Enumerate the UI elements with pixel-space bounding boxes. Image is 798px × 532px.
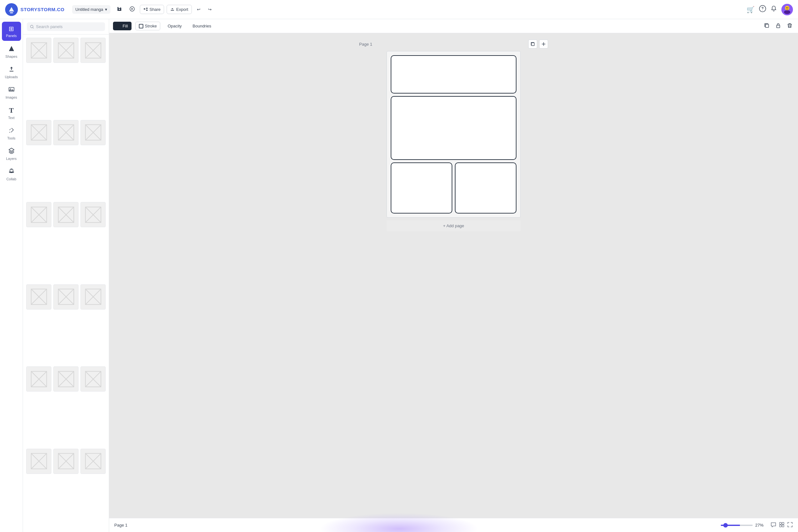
undo-button[interactable]: ↩ bbox=[194, 5, 203, 14]
redo-icon: ↪ bbox=[208, 7, 212, 12]
sidebar-label-layers: Layers bbox=[6, 157, 17, 160]
svg-point-9 bbox=[786, 7, 787, 8]
svg-rect-73 bbox=[779, 522, 781, 524]
manga-panel-bottom-left[interactable] bbox=[391, 163, 452, 213]
share-button[interactable]: Share bbox=[140, 5, 164, 14]
avatar[interactable] bbox=[781, 4, 793, 15]
share-icon bbox=[143, 7, 148, 12]
svg-rect-71 bbox=[777, 25, 780, 28]
tools-icon bbox=[8, 127, 15, 135]
opacity-button[interactable]: Opacity bbox=[164, 22, 185, 30]
panels-grid bbox=[23, 35, 109, 532]
sidebar-item-collab[interactable]: Collab bbox=[2, 165, 21, 184]
panel-thumb[interactable] bbox=[80, 202, 106, 227]
play-button[interactable] bbox=[127, 4, 137, 14]
save-icon bbox=[117, 6, 122, 13]
page-copy-button[interactable] bbox=[528, 40, 537, 49]
zoom-slider[interactable] bbox=[721, 525, 753, 526]
layers-icon bbox=[8, 148, 15, 155]
panel-thumb[interactable] bbox=[53, 284, 78, 309]
sidebar-label-uploads: Uploads bbox=[5, 75, 18, 79]
panel-thumb[interactable] bbox=[26, 120, 51, 145]
bell-button[interactable] bbox=[771, 5, 777, 14]
sidebar-label-images: Images bbox=[5, 95, 17, 99]
sidebar-item-images[interactable]: Images bbox=[2, 83, 21, 102]
page-header-row: Page 1 bbox=[358, 40, 549, 49]
add-page-button[interactable]: + Add page bbox=[386, 220, 520, 231]
boundries-button[interactable]: Boundries bbox=[189, 22, 215, 30]
panel-thumb[interactable] bbox=[53, 120, 78, 145]
manga-panel-bottom-right[interactable] bbox=[455, 163, 516, 213]
panel-thumb[interactable] bbox=[80, 120, 106, 145]
copy-toolbar-button[interactable] bbox=[762, 22, 771, 31]
bottom-page-label: Page 1 bbox=[114, 523, 127, 528]
fullscreen-button[interactable] bbox=[787, 522, 793, 529]
manga-panel-middle[interactable] bbox=[391, 96, 516, 160]
svg-rect-75 bbox=[779, 525, 781, 527]
page-add-button[interactable] bbox=[539, 40, 548, 49]
canvas-area: Fill Stroke Opacity Boundries bbox=[109, 19, 798, 532]
svg-rect-74 bbox=[782, 522, 784, 524]
search-input-wrap bbox=[27, 22, 105, 31]
fill-swatch bbox=[116, 24, 121, 28]
panel-thumb[interactable] bbox=[26, 202, 51, 227]
main-area: ⊞ Panels Shapes Uploads Images T Text bbox=[0, 19, 798, 532]
redo-button[interactable]: ↪ bbox=[206, 5, 214, 14]
canvas-scroll[interactable]: Page 1 bbox=[109, 33, 798, 518]
zoom-label: 27% bbox=[755, 523, 767, 528]
sidebar-label-shapes: Shapes bbox=[5, 55, 17, 58]
bottom-icons bbox=[771, 522, 793, 529]
panels-icon: ⊞ bbox=[8, 25, 14, 33]
grid-view-button[interactable] bbox=[779, 522, 784, 529]
export-button[interactable]: Export bbox=[167, 5, 192, 14]
lock-toolbar-button[interactable] bbox=[774, 22, 783, 31]
svg-point-4 bbox=[762, 10, 763, 10]
help-icon bbox=[759, 6, 766, 14]
page-container: Page 1 bbox=[358, 40, 549, 231]
stroke-button[interactable]: Stroke bbox=[135, 22, 160, 30]
manga-panel-top[interactable] bbox=[391, 55, 516, 94]
panel-thumb[interactable] bbox=[26, 284, 51, 309]
chevron-down-icon: ▾ bbox=[105, 7, 107, 12]
svg-rect-72 bbox=[531, 43, 534, 46]
project-name-button[interactable]: Untitled manga ▾ bbox=[72, 5, 111, 14]
sidebar-item-shapes[interactable]: Shapes bbox=[2, 42, 21, 61]
delete-toolbar-button[interactable] bbox=[785, 22, 794, 31]
sidebar-item-text[interactable]: T Text bbox=[2, 103, 21, 122]
panel-thumb[interactable] bbox=[53, 38, 78, 63]
panel-thumb[interactable] bbox=[80, 366, 106, 392]
cart-button[interactable]: 🛒 bbox=[747, 6, 755, 14]
panel-thumb[interactable] bbox=[53, 449, 78, 474]
panels-sidebar bbox=[23, 19, 109, 532]
svg-rect-70 bbox=[765, 24, 768, 27]
sidebar-item-uploads[interactable]: Uploads bbox=[2, 62, 21, 82]
panel-thumb[interactable] bbox=[53, 366, 78, 392]
save-button[interactable] bbox=[114, 4, 125, 14]
text-icon: T bbox=[9, 106, 14, 115]
header-actions: Share Export ↩ ↪ bbox=[114, 4, 214, 14]
fill-button[interactable]: Fill bbox=[113, 22, 132, 30]
stroke-swatch bbox=[139, 24, 143, 28]
stroke-label: Stroke bbox=[145, 24, 157, 28]
panel-thumb[interactable] bbox=[80, 449, 106, 474]
search-input[interactable] bbox=[36, 24, 102, 29]
panel-thumb[interactable] bbox=[26, 38, 51, 63]
panel-thumb[interactable] bbox=[26, 449, 51, 474]
header: STORYSTORM.CO Untitled manga ▾ Share Ex bbox=[0, 0, 798, 19]
sidebar-item-panels[interactable]: ⊞ Panels bbox=[2, 22, 21, 41]
trash-icon bbox=[787, 24, 792, 29]
comment-button[interactable] bbox=[771, 522, 776, 529]
panel-thumb[interactable] bbox=[26, 366, 51, 392]
panel-thumb[interactable] bbox=[80, 284, 106, 309]
sidebar-label-text: Text bbox=[8, 116, 14, 120]
panel-thumb[interactable] bbox=[53, 202, 78, 227]
undo-icon: ↩ bbox=[197, 7, 201, 12]
icon-sidebar: ⊞ Panels Shapes Uploads Images T Text bbox=[0, 19, 23, 532]
sidebar-item-tools[interactable]: Tools bbox=[2, 124, 21, 143]
logo-icon bbox=[5, 3, 18, 16]
toolbar-strip: Fill Stroke Opacity Boundries bbox=[109, 19, 798, 33]
panel-thumb[interactable] bbox=[80, 38, 106, 63]
sidebar-item-layers[interactable]: Layers bbox=[2, 144, 21, 164]
collab-icon bbox=[8, 168, 15, 176]
help-button[interactable] bbox=[759, 5, 766, 14]
